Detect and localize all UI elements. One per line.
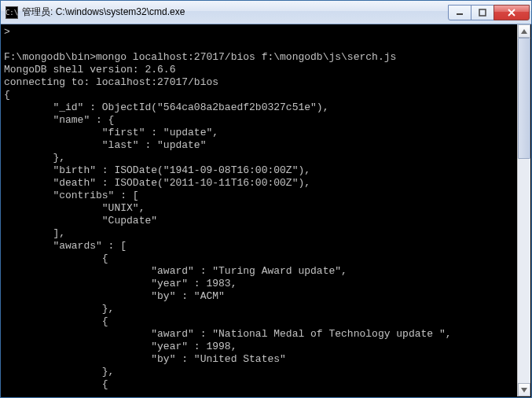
titlebar[interactable]: C:\ 管理员: C:\windows\system32\cmd.exe (1, 1, 531, 24)
window-title: 管理员: C:\windows\system32\cmd.exe (22, 6, 448, 19)
maximize-button[interactable] (471, 5, 494, 20)
minimize-button[interactable] (448, 5, 471, 20)
scroll-track[interactable] (518, 38, 530, 383)
cmd-icon: C:\ (6, 6, 18, 19)
scroll-down-button[interactable] (518, 383, 530, 396)
scroll-up-button[interactable] (518, 24, 530, 38)
close-button[interactable] (493, 5, 530, 20)
scroll-thumb[interactable] (518, 38, 530, 159)
svg-rect-0 (457, 13, 463, 15)
window-controls (448, 5, 530, 20)
svg-rect-1 (479, 9, 486, 16)
vertical-scrollbar[interactable] (517, 24, 530, 396)
terminal-output[interactable]: > F:\mongodb\bin>mongo localhost:27017/b… (1, 24, 531, 397)
cmd-window: C:\ 管理员: C:\windows\system32\cmd.exe > F… (0, 0, 532, 398)
